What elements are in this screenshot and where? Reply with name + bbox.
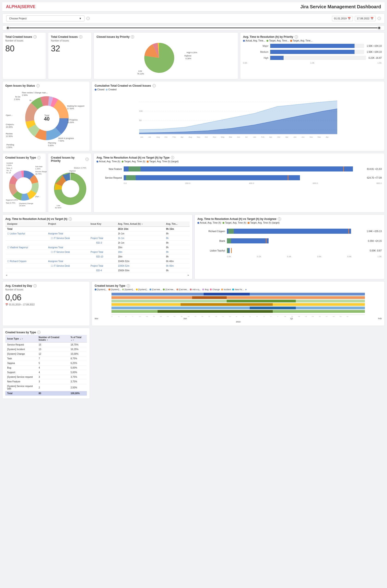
avg-res-assignee-legend: Actual, Avg. Time (h) Target, Avg. Time …	[197, 222, 382, 224]
svg-text:Jul: Jul	[148, 136, 151, 138]
avg-resolution-priority-card: Avg. Time to Resolution (h) by Priority …	[240, 32, 385, 79]
slider-right-thumb[interactable]	[378, 26, 381, 29]
date-from-input[interactable]: 01.01.2019 📅	[332, 16, 353, 21]
created-type-chart-legend: [System]... [System]... [System]... [Sys…	[95, 288, 382, 291]
kpi-total-2: Total Created Issues i Number of Issues …	[48, 32, 92, 79]
col-assignee: Assignee	[5, 222, 46, 227]
svg-text:Jun: Jun	[140, 136, 143, 138]
table-row: Задача56,25%	[5, 361, 87, 366]
issue-type-table-info[interactable]: i	[37, 331, 41, 334]
svg-text:82.50%: 82.50%	[55, 207, 61, 209]
svg-text:21: 21	[326, 316, 327, 317]
svg-text:May: May	[221, 136, 224, 138]
created-type-gantt: 4 3 2 1 31 29 27 25 23 21 20 18 17 15 14…	[95, 292, 382, 317]
col-project: Project	[46, 222, 89, 227]
table-row: New Feature33,75%	[5, 379, 87, 384]
svg-text:2.50%: 2.50%	[6, 146, 12, 148]
created-priority-title: Created Issues by Priority	[51, 156, 84, 163]
slider-left-thumb[interactable]	[6, 26, 9, 29]
table-row: ISD-10 18m 8h	[5, 254, 190, 259]
avg-created-day-card: Avg. Created by Day i Number of Issues 0…	[2, 281, 90, 326]
project-dropdown[interactable]: Choose Project ▼	[6, 16, 84, 21]
avg-res-type-info[interactable]: i	[171, 156, 174, 159]
kpi-total-1: Total Created Issues i Number of Issues …	[2, 32, 46, 79]
svg-text:Oct: Oct	[205, 136, 208, 138]
svg-text:Aug: Aug	[189, 136, 192, 138]
kpi2-info[interactable]: i	[79, 35, 82, 39]
svg-text:78.13%: 78.13%	[137, 73, 144, 75]
created-type-card: Created Issues by Type i Sub-ta	[2, 153, 46, 212]
svg-text:2: 2	[125, 316, 126, 317]
svg-text:Highest: Highest	[184, 55, 191, 57]
kpi1-info[interactable]: i	[33, 35, 37, 39]
created-type-info[interactable]: i	[37, 156, 41, 159]
table-row: ☐ Vladimir Nagornyi Assignee Total 18m 8…	[5, 245, 190, 250]
svg-rect-93	[227, 300, 296, 302]
svg-rect-86	[111, 296, 365, 299]
svg-text:Pending: Pending	[6, 144, 14, 146]
avg-res-assignee-info[interactable]: i	[278, 217, 281, 221]
svg-text:2: 2	[270, 316, 271, 317]
svg-text:Открыть: Открыть	[6, 123, 14, 126]
svg-text:Low: Low	[57, 205, 60, 207]
kpi2-subtitle: Number of Issues	[51, 40, 89, 42]
open-issues-chart: Total 40 Waiting for support 17.50% In P…	[5, 88, 88, 148]
svg-text:7.50%: 7.50%	[58, 140, 64, 142]
svg-text:10.00%: 10.00%	[6, 126, 13, 128]
open-issues-info[interactable]: i	[36, 84, 40, 87]
avg-created-info[interactable]: i	[33, 284, 37, 287]
avg-res-table: Assignee Project Issue Key Avg. Time, Ac…	[5, 222, 190, 273]
svg-text:Dec: Dec	[310, 136, 313, 138]
col-issuetype: Issue Type ▲▼	[5, 335, 37, 342]
svg-text:10: 10	[229, 316, 231, 317]
svg-text:15: 15	[201, 316, 203, 317]
svg-text:40: 40	[44, 116, 50, 122]
avg-res-type-title: Avg. Time to Resolution Actual (h) vs Ta…	[97, 156, 169, 159]
svg-rect-92	[192, 296, 227, 299]
cumulative-info[interactable]: i	[152, 84, 156, 87]
svg-text:Nov: Nov	[213, 136, 216, 138]
svg-text:4: 4	[111, 316, 112, 317]
svg-text:7: 7	[243, 316, 244, 317]
closed-priority-info[interactable]: i	[131, 35, 134, 39]
created-priority-info[interactable]: i	[85, 158, 89, 161]
table-row: [System] Incident1316,25%	[5, 347, 87, 352]
svg-text:Su...5: Su...5	[6, 169, 11, 171]
svg-text:9: 9	[236, 316, 237, 317]
issue-type-table-card: Created Issues by Type i Issue Type ▲▼ N…	[2, 328, 90, 399]
date-to-input[interactable]: 17.08.2022 📅	[355, 16, 376, 21]
table-row: Service Request1518,75%	[5, 342, 87, 347]
avg-res-table-card: Avg. Time to Resolution Actual (h) vs Ta…	[2, 214, 193, 279]
cumulative-title: Cumulative Total Created vs Closed Issue…	[95, 84, 151, 87]
svg-text:22: 22	[319, 316, 321, 317]
svg-text:14: 14	[208, 316, 210, 317]
avg-res-assignee-title: Avg. Time to Resolution Actual (h) vs Ta…	[197, 217, 276, 221]
created-type-chart-info[interactable]: i	[127, 284, 130, 287]
date-info-icon[interactable]: i	[378, 17, 381, 20]
chevron-down-icon: ▼	[79, 17, 81, 20]
svg-text:18: 18	[346, 316, 348, 317]
project-select-area: Choose Project ▼ i	[6, 16, 90, 21]
avg-res-table-title: Avg. Time to Resolution Actual (h) vs Ta…	[5, 217, 67, 221]
svg-text:Jan: Jan	[253, 136, 256, 138]
svg-text:2.50%: 2.50%	[22, 94, 28, 96]
cumulative-svg: 50 100 Jun Jul Aug Oct Feb Apr Aug Sep	[95, 93, 382, 139]
svg-text:Medium 3.75%: Medium 3.75%	[74, 167, 86, 169]
cumulative-legend: Closed Created	[95, 88, 382, 91]
project-info-icon[interactable]: i	[86, 17, 90, 20]
svg-text:Apr: Apr	[285, 136, 288, 138]
table-row: Bug45,00%	[5, 366, 87, 370]
svg-text:25: 25	[298, 316, 300, 317]
avg-res-table-info[interactable]: i	[69, 217, 72, 221]
svg-text:3: 3	[118, 316, 119, 317]
col-pct: % of Total ▲▼	[69, 335, 87, 342]
avg-res-priority-info[interactable]: i	[295, 35, 298, 39]
svg-text:Feb: Feb	[261, 136, 265, 138]
created-type-svg: Sub-task 1.25% Service Request 18.75% In…	[5, 160, 47, 206]
date-from-value: 01.01.2019	[334, 17, 347, 20]
logo: ALPHA|SERVE	[6, 4, 36, 9]
svg-text:Waiting for support: Waiting for support	[67, 105, 84, 107]
svg-text:Mar: Mar	[318, 136, 321, 138]
col-actual: Avg. Time, Actual (h) ▼	[116, 222, 164, 227]
svg-text:Task 8.75%: Task 8.75%	[6, 202, 15, 204]
